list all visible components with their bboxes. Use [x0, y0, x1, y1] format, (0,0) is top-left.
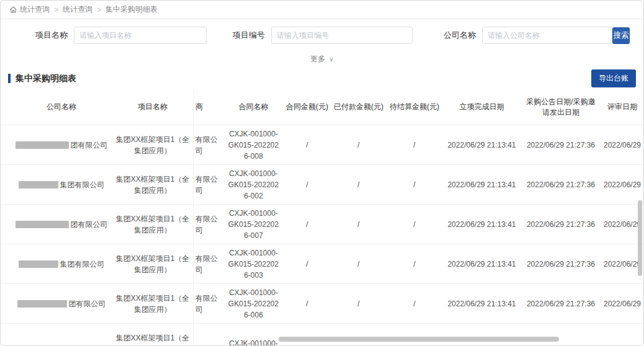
contract-amount-cell: / — [283, 298, 331, 309]
breadcrumb-separator: > — [97, 6, 101, 14]
project-cell: 集团XX框架项目1（全集团应用） — [112, 174, 193, 196]
company-cell: 团有限公司 — [11, 298, 112, 309]
supplier-cell — [193, 324, 224, 345]
supplier-cell: 有限公司 — [193, 205, 224, 244]
paid-amount-cell: / — [331, 259, 386, 270]
supplier-cell: 有限公司 — [193, 165, 224, 204]
redaction-block — [16, 141, 69, 149]
announce-date-cell: 2022/06/29 21:27:36 — [521, 140, 601, 151]
company-cell: 集团有限公司 — [11, 259, 112, 270]
table-row: 集团有限公司 集团XX框架项目1（全集团应用） 有限公司 CXJK-001000… — [1, 164, 643, 204]
breadcrumb-separator: > — [54, 6, 58, 14]
header-contract: 合同名称 — [224, 102, 283, 112]
unsettled-amount-cell: / — [386, 140, 443, 151]
company-cell: 集团有限公司 — [11, 179, 112, 190]
paid-amount-cell: / — [331, 140, 386, 151]
table-row: 团有限公司 集团XX框架项目1（全集团应用） 有限公司 CXJK-001000-… — [1, 283, 643, 323]
contract-cell: CXJK-001000- GK015-202202 6-003 — [224, 247, 283, 281]
header-announce-date: 采购公告日期/采购邀请发出日期 — [521, 97, 601, 118]
header-review-date: 评审日期 — [601, 102, 643, 112]
unsettled-amount-cell: / — [386, 179, 443, 190]
redaction-block — [16, 221, 69, 228]
header-company: 公司名称 — [11, 102, 112, 112]
table-row: 团有限公司 集团XX框架项目1（全集团应用） 有限公司 CXJK-001000-… — [1, 204, 643, 244]
header-project: 项目名称 — [112, 102, 193, 112]
table-row: 集团有限公司 集团XX框架项目1（全集团应用） 有限公司 CXJK-001000… — [1, 244, 643, 283]
review-date-cell: 2022/06/29 — [601, 140, 643, 151]
redaction-block — [17, 300, 67, 308]
vertical-scrollbar[interactable] — [638, 200, 642, 276]
project-code-label: 项目编号 — [233, 30, 265, 41]
announce-date-cell: 2022/06/29 21:27:36 — [521, 219, 601, 230]
project-name-input[interactable] — [74, 27, 207, 44]
contract-cell: CXJK-001000- — [224, 338, 283, 346]
table-row: 团有限公司 集团XX框架项目1（全集团应用） 有限公司 CXJK-001000-… — [1, 125, 643, 164]
home-icon — [9, 6, 17, 14]
company-text: 集团有限公司 — [60, 260, 105, 268]
redaction-block — [19, 181, 58, 189]
review-date-cell: 2022/06/29 — [601, 179, 643, 190]
contract-cell: CXJK-001000- GK015-202202 6-008 — [224, 128, 283, 162]
redaction-block — [19, 260, 58, 268]
paid-amount-cell: / — [331, 219, 386, 230]
project-code-input[interactable] — [271, 27, 413, 44]
paid-amount-cell: / — [331, 298, 386, 309]
company-name-field-group: 公司名称 — [444, 27, 612, 44]
header-approval-date: 立项完成日期 — [443, 102, 521, 112]
table-row-partial: 集团XX框架项目1（全集团应用） CXJK-001000- — [1, 323, 643, 345]
contract-cell: CXJK-001000- GK015-202202 6-007 — [224, 208, 283, 241]
chevron-down-icon: ∨ — [329, 56, 334, 63]
approval-date-cell: 2022/06/29 21:13:41 — [443, 219, 521, 230]
review-date-cell: 2022/06/29 — [601, 298, 643, 309]
export-ledger-button[interactable]: 导出台账 — [591, 69, 636, 87]
approval-date-cell: 2022/06/29 21:13:41 — [443, 259, 521, 270]
company-cell: 团有限公司 — [11, 140, 112, 151]
breadcrumb-item-stats-query[interactable]: 统计查询 — [63, 4, 92, 15]
project-cell: 集团XX框架项目1（全集团应用） — [112, 293, 193, 315]
supplier-cell: 有限公司 — [193, 125, 224, 164]
more-toggle[interactable]: 更多 ∨ — [310, 54, 334, 64]
paid-amount-cell: / — [331, 179, 386, 190]
company-text: 团有限公司 — [71, 141, 108, 149]
approval-date-cell: 2022/06/29 21:13:41 — [443, 140, 521, 151]
announce-date-cell: 2022/06/29 21:27:36 — [521, 259, 601, 270]
company-text: 集团有限公司 — [60, 180, 105, 189]
supplier-cell: 有限公司 — [193, 284, 224, 323]
section-header: 集中采购明细表 导出台账 — [1, 66, 643, 90]
procurement-table: 公司名称 项目名称 商 合同名称 合同金额(元) 已付款金额(元) 待结算金额(… — [1, 90, 643, 345]
contract-amount-cell: / — [283, 179, 331, 190]
announce-date-cell: 2022/06/29 21:27:36 — [521, 298, 601, 309]
company-name-input[interactable] — [482, 27, 612, 44]
company-name-label: 公司名称 — [444, 30, 476, 41]
approval-date-cell: 2022/06/29 21:13:41 — [443, 298, 521, 309]
company-text: 团有限公司 — [71, 220, 108, 229]
review-date-cell: 2022/06/29 — [601, 219, 643, 230]
table-body: 团有限公司 集团XX框架项目1（全集团应用） 有限公司 CXJK-001000-… — [1, 125, 643, 345]
header-unsettled-amount: 待结算金额(元) — [386, 102, 443, 112]
approval-date-cell: 2022/06/29 21:13:41 — [443, 179, 521, 190]
section-title: 集中采购明细表 — [8, 74, 76, 83]
company-cell: 团有限公司 — [11, 219, 112, 230]
unsettled-amount-cell: / — [386, 219, 443, 230]
breadcrumb-root-label: 统计查询 — [20, 4, 50, 15]
project-name-field-group: 项目名称 — [35, 27, 207, 44]
table-header-row: 公司名称 项目名称 商 合同名称 合同金额(元) 已付款金额(元) 待结算金额(… — [1, 90, 643, 125]
horizontal-scrollbar[interactable] — [279, 337, 559, 342]
header-contract-amount: 合同金额(元) — [283, 102, 331, 112]
project-cell: 集团XX框架项目1（全集团应用） — [112, 253, 193, 275]
contract-amount-cell: / — [283, 140, 331, 151]
review-date-cell: 2022/06/29 — [601, 259, 643, 270]
search-bar: 项目名称 项目编号 公司名称 搜索 — [1, 19, 643, 51]
contract-cell: CXJK-001000- GK015-202202 6-006 — [224, 287, 283, 321]
breadcrumb-root[interactable]: 统计查询 — [9, 4, 50, 15]
project-cell: 集团XX框架项目1（全集团应用） — [112, 134, 193, 156]
contract-amount-cell: / — [283, 219, 331, 230]
breadcrumb-item-current: 集中采购明细表 — [105, 4, 158, 15]
breadcrumb: 统计查询 > 统计查询 > 集中采购明细表 — [1, 1, 643, 19]
procurement-detail-panel: 统计查询 > 统计查询 > 集中采购明细表 项目名称 项目编号 公司名称 搜索 … — [0, 0, 644, 346]
more-label: 更多 — [310, 55, 325, 63]
announce-date-cell: 2022/06/29 21:27:36 — [521, 179, 601, 190]
unsettled-amount-cell: / — [386, 259, 443, 270]
search-button[interactable]: 搜索 — [612, 27, 630, 44]
company-text: 团有限公司 — [69, 299, 106, 308]
